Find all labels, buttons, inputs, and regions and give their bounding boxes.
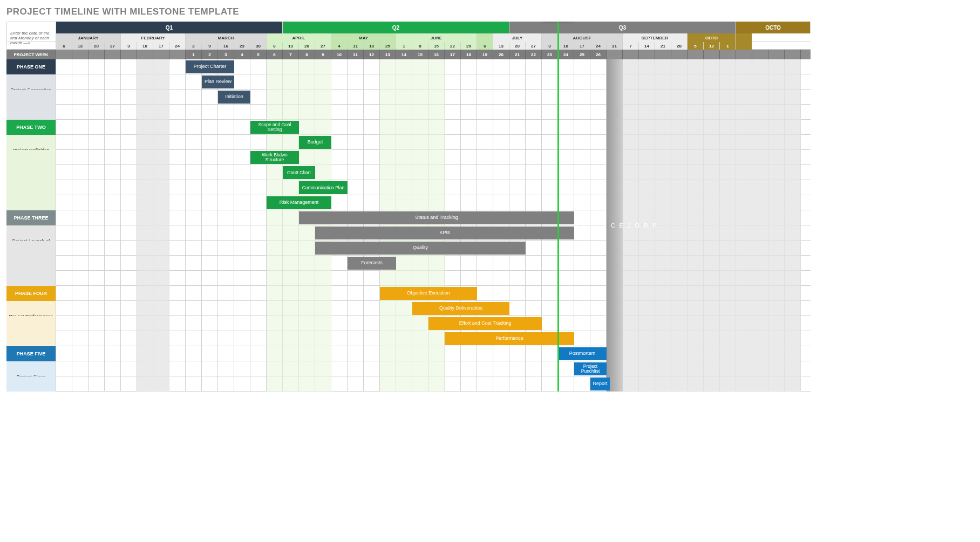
month-header xyxy=(736,33,752,42)
week-number-cell xyxy=(89,50,105,59)
month-header: APRIL xyxy=(267,33,331,42)
week-number-cell: 26 xyxy=(590,50,607,59)
week-number-cell: 8 xyxy=(299,50,315,59)
task-bar[interactable]: Work Bkdwn Structure xyxy=(250,151,299,164)
week-number-cell xyxy=(801,50,811,59)
day-header: 24 xyxy=(590,42,607,50)
phase-sublabel-four xyxy=(6,316,56,331)
week-number-cell: 17 xyxy=(445,50,461,59)
week-number-cell: 15 xyxy=(412,50,428,59)
day-header: 15 xyxy=(428,42,445,50)
week-number-cell: 11 xyxy=(348,50,364,59)
phase-sublabel-one: Project Conception and Initiation xyxy=(6,74,56,90)
week-number-cell: 16 xyxy=(428,50,445,59)
week-number-cell xyxy=(105,50,121,59)
today-line xyxy=(557,22,559,392)
phase-sublabel-one xyxy=(6,105,56,120)
phase-sublabel-four: Project Performance and Control xyxy=(6,301,56,316)
day-header: 6 xyxy=(477,42,493,50)
day-header: 9 xyxy=(202,42,218,50)
phase-sublabel-two xyxy=(6,195,56,210)
month-header: MARCH xyxy=(186,33,267,42)
week-number-cell xyxy=(671,50,688,59)
month-header xyxy=(477,33,493,42)
task-bar[interactable]: Project Punchlist xyxy=(574,362,607,375)
highlight-column xyxy=(267,59,331,392)
task-bar[interactable]: Report xyxy=(590,378,610,390)
phase-sublabel-two xyxy=(6,180,56,195)
week-number-cell: 25 xyxy=(574,50,590,59)
instruction-text: Enter the date of the first Monday of ea… xyxy=(6,33,56,42)
week-number-cell: 12 xyxy=(364,50,380,59)
day-header: 27 xyxy=(526,42,542,50)
day-header: 20 xyxy=(299,42,315,50)
phase-sublabel-two xyxy=(6,165,56,180)
day-header: 13 xyxy=(283,42,299,50)
task-bar[interactable]: Objective Execution xyxy=(380,287,477,300)
day-header: 21 xyxy=(655,42,671,50)
week-number-cell xyxy=(639,50,655,59)
week-number-cell: 9 xyxy=(315,50,331,59)
day-header: 25 xyxy=(380,42,396,50)
task-bar[interactable]: Status and Tracking xyxy=(299,211,574,224)
week-number-cell xyxy=(655,50,671,59)
task-bar[interactable]: Risk Management xyxy=(267,196,331,209)
instruction-text-cont xyxy=(6,42,56,50)
week-number-cell xyxy=(785,50,801,59)
phase-label-one: PHASE ONE xyxy=(6,59,56,74)
phase-sublabel-four xyxy=(6,331,56,346)
day-header: 12 xyxy=(704,42,720,50)
phase-label-three: PHASE THREE xyxy=(6,210,56,225)
week-number-cell: 24 xyxy=(558,50,574,59)
project-end-marker: PROJECTEND xyxy=(607,59,623,392)
week-number-cell xyxy=(623,50,639,59)
day-header: 10 xyxy=(137,42,153,50)
task-bar[interactable]: Quality Deliverables xyxy=(412,302,509,315)
week-number-cell xyxy=(736,50,752,59)
week-number-cell xyxy=(72,50,89,59)
day-header: 24 xyxy=(169,42,186,50)
task-bar[interactable]: Communication Plan xyxy=(299,181,348,194)
task-bar[interactable]: Project Charter xyxy=(186,60,234,73)
month-header: OCTO xyxy=(688,33,736,42)
day-header: 6 xyxy=(267,42,283,50)
project-week-label: PROJECT WEEK xyxy=(6,50,56,59)
task-bar[interactable]: Forecasts xyxy=(348,257,396,270)
month-header: FEBRUARY xyxy=(121,33,186,42)
month-header: JUNE xyxy=(396,33,477,42)
week-number-cell xyxy=(688,50,704,59)
phase-sublabel-one xyxy=(6,90,56,105)
day-header: 13 xyxy=(493,42,509,50)
task-bar[interactable]: Performance xyxy=(445,332,574,345)
day-header: 3 xyxy=(121,42,137,50)
highlight-column xyxy=(380,59,445,392)
week-number-cell: 5 xyxy=(250,50,267,59)
day-header: 20 xyxy=(89,42,105,50)
week-number-cell xyxy=(704,50,720,59)
quarter-header: OCTO xyxy=(736,22,811,33)
phase-label-five: PHASE FIVE xyxy=(6,346,56,361)
task-bar[interactable]: Postmortem xyxy=(558,347,607,360)
phase-label-two: PHASE TWO xyxy=(6,120,56,135)
month-header: JULY xyxy=(493,33,542,42)
week-number-cell: 18 xyxy=(461,50,477,59)
day-header: 14 xyxy=(639,42,655,50)
day-header: 31 xyxy=(607,42,623,50)
task-bar[interactable]: Plan Review xyxy=(202,76,234,88)
task-bar[interactable]: Effort and Cost Tracking xyxy=(428,317,542,330)
week-number-cell xyxy=(137,50,153,59)
phase-label-four: PHASE FOUR xyxy=(6,286,56,301)
day-header: 17 xyxy=(153,42,169,50)
phase-sublabel-five: Project Close xyxy=(6,361,56,376)
week-number-cell: 23 xyxy=(542,50,558,59)
month-header: AUGUST xyxy=(542,33,623,42)
day-header: 6 xyxy=(56,42,72,50)
task-bar[interactable]: Gantt Chart xyxy=(283,166,315,179)
day-header: 13 xyxy=(72,42,89,50)
task-bar[interactable]: Scope and Goal Setting xyxy=(250,121,299,134)
task-bar[interactable]: Quality xyxy=(315,242,526,255)
task-bar[interactable]: Initiation xyxy=(218,91,250,104)
week-number-cell xyxy=(121,50,137,59)
task-bar[interactable]: Budget xyxy=(299,136,331,149)
task-bar[interactable]: KPIs xyxy=(315,227,574,239)
